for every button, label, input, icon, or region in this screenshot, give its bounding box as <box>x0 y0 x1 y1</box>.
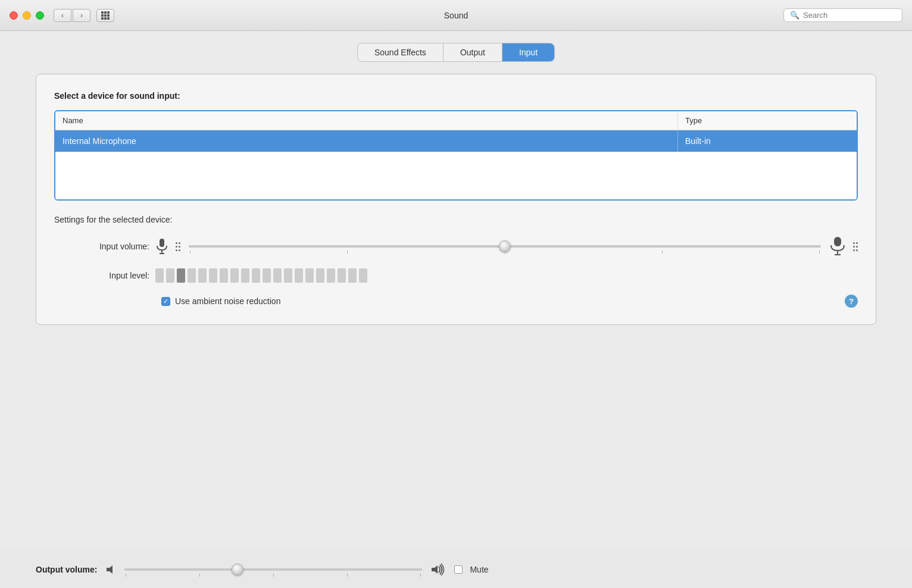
window-title: Sound <box>444 11 468 20</box>
tab-output[interactable]: Output <box>443 43 502 61</box>
grid-icon <box>101 11 110 20</box>
table-row[interactable]: Internal Microphone Built-in <box>55 130 857 152</box>
maximize-button[interactable] <box>36 11 44 20</box>
traffic-lights <box>10 11 44 20</box>
level-bar-12 <box>273 268 282 283</box>
level-bar-3 <box>177 268 185 283</box>
search-box[interactable]: 🔍 <box>783 8 902 22</box>
search-icon: 🔍 <box>790 11 799 20</box>
table-header: Name Type <box>55 111 857 130</box>
level-bar-1 <box>155 268 164 283</box>
speaker-high-icon <box>429 563 447 576</box>
device-table: Name Type Internal Microphone Built-in <box>54 110 858 201</box>
mic-volume-dots-small <box>176 242 180 251</box>
ambient-noise-row: ✓ Use ambient noise reduction <box>161 296 280 306</box>
level-bar-18 <box>338 268 346 283</box>
level-bar-6 <box>209 268 217 283</box>
svg-rect-0 <box>160 239 164 247</box>
grid-view-button[interactable] <box>96 9 114 22</box>
level-bar-19 <box>348 268 357 283</box>
level-bar-8 <box>230 268 239 283</box>
level-bar-16 <box>316 268 324 283</box>
level-bar-2 <box>166 268 174 283</box>
tabs-container: Sound Effects Output Input <box>357 43 555 62</box>
forward-button[interactable]: › <box>73 9 90 22</box>
mic-icon-small <box>155 238 168 255</box>
level-bar-20 <box>359 268 367 283</box>
input-volume-label: Input volume: <box>54 242 149 251</box>
device-name: Internal Microphone <box>55 130 678 152</box>
input-level-label: Input level: <box>54 271 149 280</box>
svg-rect-3 <box>834 237 841 246</box>
search-input[interactable] <box>803 11 896 20</box>
speaker-low-icon <box>104 563 117 576</box>
output-volume-label: Output volume: <box>36 565 97 574</box>
input-level-bars <box>155 268 367 283</box>
svg-marker-6 <box>107 565 113 574</box>
svg-marker-7 <box>432 565 438 574</box>
col-header-type: Type <box>678 111 857 130</box>
input-level-row: Input level: <box>54 268 858 283</box>
settings-panel: Select a device for sound input: Name Ty… <box>36 74 876 325</box>
level-bar-17 <box>327 268 335 283</box>
tab-sound-effects[interactable]: Sound Effects <box>358 43 443 61</box>
level-bar-5 <box>198 268 207 283</box>
output-volume-slider[interactable] <box>124 568 422 571</box>
level-bar-7 <box>220 268 228 283</box>
titlebar: ‹ › Sound 🔍 <box>0 0 912 31</box>
checkmark-icon: ✓ <box>163 298 168 305</box>
level-bar-14 <box>295 268 303 283</box>
level-bar-4 <box>188 268 196 283</box>
level-bar-10 <box>252 268 260 283</box>
mic-volume-dots-large <box>853 242 858 251</box>
input-volume-slider[interactable] <box>189 245 821 248</box>
ambient-noise-checkbox[interactable]: ✓ <box>161 297 170 306</box>
table-empty-area <box>55 152 857 199</box>
main-content: Sound Effects Output Input Select a devi… <box>0 31 912 551</box>
col-header-name: Name <box>55 111 678 130</box>
mic-icon-large <box>829 236 846 257</box>
level-bar-15 <box>305 268 314 283</box>
tab-input[interactable]: Input <box>502 43 554 61</box>
device-section-title: Select a device for sound input: <box>54 91 858 101</box>
device-type: Built-in <box>678 130 857 152</box>
nav-buttons: ‹ › <box>54 9 90 22</box>
bottom-bar: Output volume: Mute <box>0 551 912 588</box>
mute-label: Mute <box>470 565 488 574</box>
level-bar-13 <box>284 268 292 283</box>
ambient-noise-label: Use ambient noise reduction <box>175 296 280 306</box>
back-button[interactable]: ‹ <box>54 9 71 22</box>
level-bar-11 <box>263 268 271 283</box>
close-button[interactable] <box>10 11 18 20</box>
minimize-button[interactable] <box>23 11 31 20</box>
help-button[interactable]: ? <box>845 295 858 308</box>
input-volume-row: Input volume: <box>54 236 858 257</box>
settings-section-label: Settings for the selected device: <box>54 215 858 224</box>
mute-checkbox[interactable] <box>454 565 463 574</box>
level-bar-9 <box>241 268 249 283</box>
